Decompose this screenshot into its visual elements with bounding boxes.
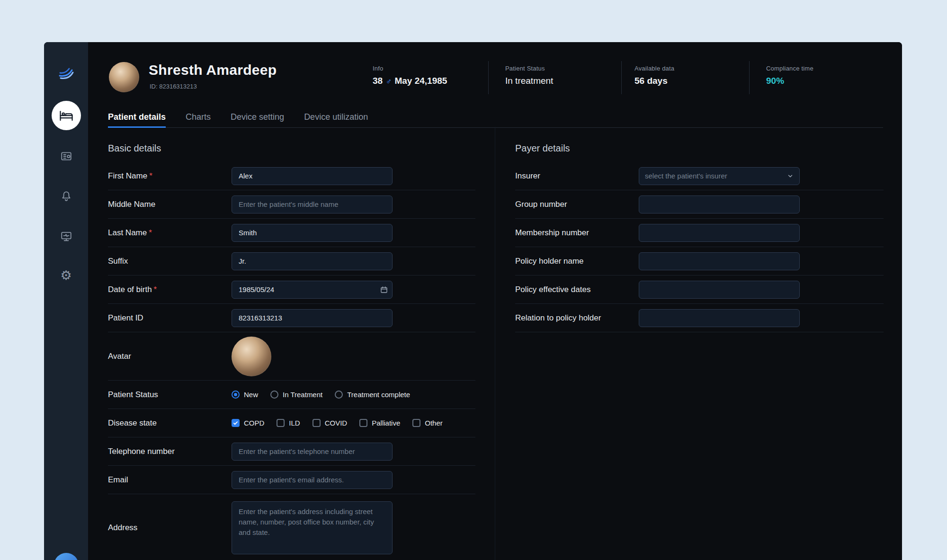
relation-label: Relation to policy holder [515, 313, 639, 323]
suffix-input[interactable] [232, 252, 393, 270]
checkbox-icon [313, 419, 321, 427]
checkbox-icon [412, 419, 420, 427]
group-number-input[interactable] [639, 196, 800, 213]
sidebar-item-monitoring[interactable] [59, 229, 74, 244]
policy-effective-dates-input[interactable] [639, 281, 800, 299]
form-row-disease-state: Disease state COPD ILD [108, 409, 475, 437]
radio-icon [270, 391, 278, 399]
radio-new[interactable]: New [232, 391, 258, 399]
app-logo [57, 63, 76, 84]
patient-status-radio-group: New In Treatment Treatment complete [232, 391, 410, 399]
patient-status-value: In treatment [505, 76, 553, 86]
patient-name: Shresth Amardeep [149, 62, 277, 78]
membership-number-label: Membership number [515, 228, 639, 238]
dob-input[interactable] [232, 281, 393, 299]
sidebar-item-settings[interactable]: ⚙ [59, 268, 74, 283]
stat-available-data: Available data 56 days [634, 65, 674, 86]
address-textarea[interactable] [232, 501, 393, 554]
sidebar-item-patients[interactable] [52, 101, 81, 130]
tab-bar: Patient details Charts Device setting De… [108, 112, 883, 128]
monitor-icon [60, 230, 72, 242]
required-marker: * [149, 171, 152, 180]
form-row-telephone: Telephone number [108, 437, 475, 466]
stat-compliance: Compliance time 90% [766, 65, 813, 86]
tab-patient-details[interactable]: Patient details [108, 112, 166, 128]
form-row-email: Email [108, 466, 475, 494]
patient-avatar-upload[interactable] [232, 337, 271, 376]
content-area: Basic details First Name* Middle Name [88, 127, 902, 560]
calendar-icon[interactable] [380, 286, 388, 293]
gear-icon: ⚙ [60, 269, 71, 282]
disease-state-label: Disease state [108, 418, 232, 428]
form-row-patient-status: Patient Status New In Treatment [108, 381, 475, 409]
patient-id: ID: 82316313213 [150, 83, 197, 90]
last-name-input[interactable] [232, 224, 393, 242]
stat-info: Info 38 ♂ May 24,1985 [373, 65, 447, 86]
sidebar-user-avatar[interactable] [54, 553, 79, 560]
radio-in-treatment[interactable]: In Treatment [270, 391, 322, 399]
form-row-suffix: Suffix [108, 247, 475, 276]
group-number-label: Group number [515, 200, 639, 209]
tab-charts[interactable]: Charts [186, 112, 211, 127]
form-row-policy-holder-name: Policy holder name [515, 247, 884, 276]
last-name-label: Last Name* [108, 228, 232, 238]
form-row-middle-name: Middle Name [108, 190, 475, 219]
dob-label: Date of birth* [108, 285, 232, 294]
tab-device-setting[interactable]: Device setting [231, 112, 284, 127]
required-marker: * [154, 285, 157, 294]
checkbox-icon [359, 419, 367, 427]
checkbox-copd[interactable]: COPD [232, 419, 264, 427]
tab-device-utilization[interactable]: Device utilization [304, 112, 368, 127]
form-row-avatar: Avatar [108, 332, 475, 381]
form-row-first-name: First Name* [108, 162, 475, 190]
first-name-label: First Name* [108, 171, 232, 181]
email-input[interactable] [232, 471, 393, 489]
sidebar-item-alerts[interactable] [59, 188, 74, 204]
chevron-down-icon [787, 173, 794, 179]
form-row-patient-id: Patient ID [108, 304, 475, 332]
policy-effective-dates-label: Policy effective dates [515, 285, 639, 294]
first-name-input[interactable] [232, 167, 393, 185]
form-row-address: Address [108, 494, 475, 560]
patient-bed-icon [59, 108, 73, 123]
male-gender-icon: ♂ [385, 77, 392, 86]
telephone-input[interactable] [232, 443, 393, 461]
basic-details-title: Basic details [108, 143, 475, 154]
form-row-policy-effective-dates: Policy effective dates [515, 276, 884, 304]
stat-info-value: 38 ♂ May 24,1985 [373, 76, 447, 86]
checkbox-palliative[interactable]: Palliative [359, 419, 400, 427]
membership-number-input[interactable] [639, 224, 800, 242]
stat-info-label: Info [373, 65, 447, 72]
patient-header-avatar [109, 62, 139, 92]
radio-treatment-complete[interactable]: Treatment complete [335, 391, 410, 399]
checkbox-icon [232, 419, 240, 427]
basic-details-section: Basic details First Name* Middle Name [108, 127, 475, 560]
patient-id-label: Patient ID [108, 313, 232, 323]
column-divider [495, 127, 495, 560]
checkbox-other[interactable]: Other [412, 419, 443, 427]
insurer-select[interactable]: select the patient's insurer [639, 167, 800, 185]
form-row-insurer: Insurer select the patient's insurer [515, 162, 884, 190]
address-label: Address [108, 523, 232, 533]
form-row-relation: Relation to policy holder [515, 304, 884, 332]
policy-holder-name-input[interactable] [639, 252, 800, 270]
stat-patient-status: Patient Status In treatment [505, 65, 553, 86]
alert-bell-icon [60, 190, 72, 202]
radio-icon [232, 391, 240, 399]
telephone-label: Telephone number [108, 447, 232, 456]
relation-input[interactable] [639, 309, 800, 327]
middle-name-label: Middle Name [108, 200, 232, 209]
form-row-last-name: Last Name* [108, 219, 475, 247]
form-row-dob: Date of birth* [108, 276, 475, 304]
form-row-membership-number: Membership number [515, 219, 884, 247]
checkbox-covid[interactable]: COVID [313, 419, 348, 427]
available-data-value: 56 days [634, 76, 674, 86]
header-divider [621, 61, 622, 94]
sidebar-item-devices[interactable] [59, 149, 74, 164]
patient-id-input[interactable] [232, 309, 393, 327]
sidebar: ⚙ [44, 42, 88, 560]
app-window: ⚙ Shresth Amardeep ID: 82316313213 Info … [44, 42, 902, 560]
header-divider [749, 61, 750, 94]
checkbox-ild[interactable]: ILD [277, 419, 300, 427]
middle-name-input[interactable] [232, 196, 393, 213]
